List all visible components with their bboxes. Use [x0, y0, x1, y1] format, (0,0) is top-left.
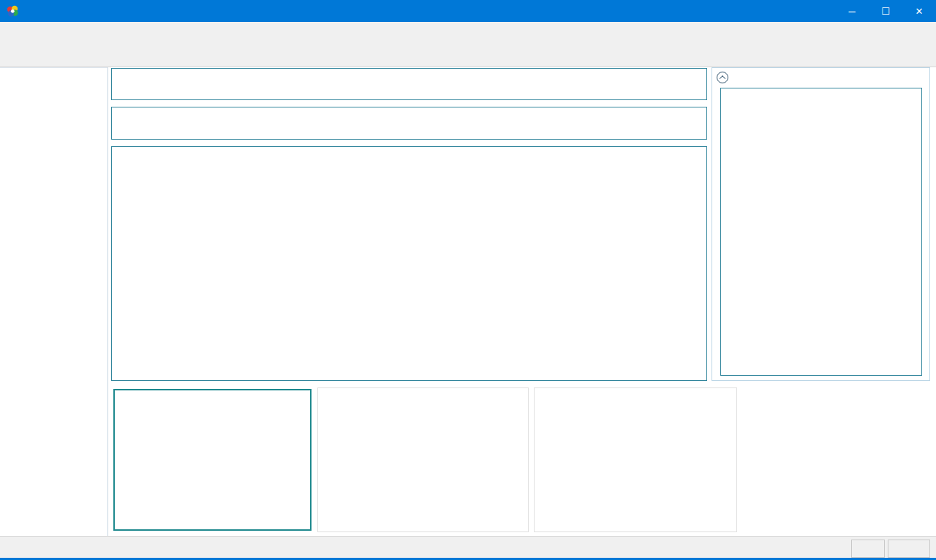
app-logo-icon — [6, 4, 19, 18]
collapse-panel-button[interactable] — [717, 72, 728, 83]
minimize-button[interactable]: ─ — [835, 0, 869, 22]
color-difference-panel — [712, 67, 930, 381]
status-bar — [0, 536, 936, 560]
spectral-chart-panel[interactable] — [534, 387, 737, 532]
toolbar — [0, 38, 936, 67]
tolerance-table — [111, 68, 707, 100]
deltae-line-chart-panel[interactable] — [317, 387, 529, 532]
title-bar: ─ ☐ ✕ — [0, 0, 936, 22]
cie-lab-box — [720, 88, 922, 376]
standard-table — [111, 107, 707, 140]
scatter-chart-panel[interactable] — [113, 389, 312, 531]
auto-mode-indicator — [851, 540, 885, 558]
maximize-button[interactable]: ☐ — [869, 0, 902, 22]
status-empty-cell — [888, 540, 930, 558]
samples-table — [111, 146, 707, 381]
menu-bar — [0, 22, 936, 38]
sample-tree-panel — [0, 67, 108, 536]
close-button[interactable]: ✕ — [902, 0, 936, 22]
lab-colorwheel-panel[interactable] — [740, 387, 930, 532]
chevron-up-icon — [720, 75, 725, 81]
